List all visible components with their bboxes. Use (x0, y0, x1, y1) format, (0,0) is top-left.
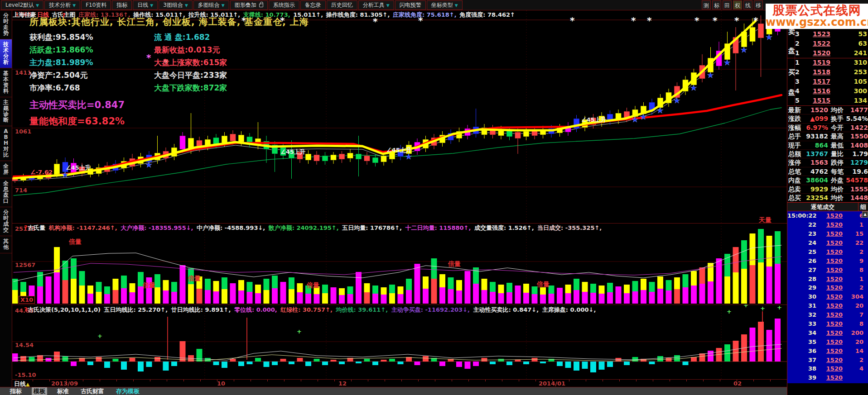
menu-item-系统指示[interactable]: 系统指示 (269, 0, 299, 10)
tick-row[interactable]: 35152020 (787, 338, 868, 347)
tick-list[interactable]: ▲ 15:00:22152062215201231520152415202225… (787, 211, 868, 383)
decision-indicator-chart[interactable]: ++++++ (12, 305, 787, 379)
tool-button-标[interactable]: 标 (712, 0, 721, 10)
info-item: 活跃盘:13.866% (29, 43, 154, 56)
menu-item-历史回忆[interactable]: 历史回忆 (327, 0, 357, 10)
sidebar-item-分时走势[interactable]: 分时走势 (0, 10, 12, 39)
axis-label-12567: 12567 (15, 262, 35, 268)
quote-row[interactable]: 11519310 (795, 58, 867, 67)
tick-row[interactable]: 24152022 (787, 238, 868, 247)
timeline-axis[interactable]: 日线▲ 2013/0910122014/0102 (12, 379, 787, 387)
info-item: 最新收益:0.013元 (154, 43, 220, 56)
svg-text:★: ★ (632, 115, 638, 124)
tool-button-测[interactable]: 测 (702, 0, 711, 10)
tick-row[interactable]: 23152015 (787, 229, 868, 238)
chart-area[interactable]: ★★★★★★★★★★★★ ++++++ 所属板块:其他行业, 长江三角, 创业板… (12, 10, 787, 379)
menu-item-F10资料[interactable]: F10资料 (81, 0, 111, 10)
sidebar-item-其他[interactable]: 其他 (0, 236, 12, 253)
tick-row[interactable]: 2715208 (787, 266, 868, 275)
quote-row[interactable]: 51515134 (795, 96, 867, 105)
quote-info-row: 涨幅6.97%今开1422 (787, 124, 868, 132)
svg-text:+: + (760, 305, 765, 312)
tick-row[interactable]: 3715202 (787, 356, 868, 365)
header-segment: 均价线: 39.611↑, (334, 306, 388, 313)
tick-row[interactable]: 2615209 (787, 257, 868, 266)
info-item: 市净率:6.768 (29, 81, 154, 94)
sidebar-item-基本资料[interactable]: 基本资料 (0, 68, 12, 97)
tick-row[interactable]: 391520 (787, 373, 868, 382)
menu-item-闪电预警[interactable]: 闪电预警 (395, 0, 426, 10)
ladder-side-label: 盘 (788, 88, 795, 97)
menu-item-备忘录[interactable]: 备忘录 (300, 0, 326, 10)
tool-button-田[interactable]: 田 (723, 0, 732, 10)
sidebar-item-全息盘口[interactable]: 全息盘口 (0, 178, 12, 207)
tick-row[interactable]: 3815204 (787, 364, 868, 373)
watermark-title: 股票公式在线网 (766, 4, 868, 17)
menu-item-图形叠加[interactable]: 图形叠加 (230, 0, 268, 10)
menu-item-指标[interactable]: 指标 (112, 0, 132, 10)
info-item: 大盘今日平盘:233家 (154, 69, 227, 81)
info-item: 净资产:2.504元 (29, 69, 154, 81)
tick-row[interactable]: 2515202 (787, 247, 868, 257)
menu-item-坐标类型[interactable]: 坐标类型▼ (427, 0, 463, 10)
quote-row[interactable]: 21518253 (795, 67, 867, 77)
svg-text:+: + (97, 333, 102, 339)
tick-row[interactable]: 36152014 (787, 347, 868, 356)
tick-row[interactable]: 15:00:2215206 (787, 211, 868, 220)
tick-row[interactable]: 341520200 (787, 328, 868, 338)
tick-row[interactable]: 301520304 (787, 292, 868, 301)
tick-list-header[interactable]: 逐笔成交 细 (787, 202, 868, 211)
quote-row[interactable]: 41516300 (795, 86, 867, 96)
menu-item-技术分析[interactable]: 技术分析▼ (44, 0, 80, 10)
menu-item-日线[interactable]: 日线▼ (133, 0, 158, 10)
fundamental-grid: 获利盘:95.854%流 通 盘:1.682活跃盘:13.866%最新收益:0.… (29, 31, 309, 94)
quote-row[interactable]: 3152353 (795, 29, 867, 39)
menu-item-Level2默认[interactable]: Level2默认▼ (1, 0, 43, 10)
quote-row[interactable]: 2152263 (795, 39, 867, 48)
axis-label-1411: 1411 (15, 69, 31, 76)
left-sidebar: 分时走势技术分析基本资料主题诊断ABH对比全屏全息盘口分时成交其他 (0, 10, 12, 387)
tick-header-detail[interactable]: 细 (858, 203, 868, 211)
sidebar-item-ABH对比[interactable]: ABH对比 (0, 126, 12, 161)
tool-button-线[interactable]: 线 (743, 0, 752, 10)
volume-saturation: 量能饱和度=63.82% (29, 115, 309, 128)
toolbar-item-指标[interactable]: 指标 (8, 387, 24, 395)
tick-row[interactable]: 2815201 (787, 275, 868, 284)
menu-item-多图组合[interactable]: 多图组合▼ (193, 0, 229, 10)
toolbar-item-模板[interactable]: 模板 (32, 387, 47, 395)
volume-annotation-倍量: 倍量 (69, 238, 82, 246)
tool-button-移[interactable]: 移 (754, 0, 763, 10)
sidebar-item-全屏[interactable]: 全屏 (0, 161, 12, 178)
axis-label-714: 714 (15, 187, 27, 194)
stock-terminal-window: Level2默认▼技术分析▼F10资料指标日线▼3图组合▼多图组合▼图形叠加系统… (0, 0, 868, 395)
tick-header-title[interactable]: 逐笔成交 (787, 203, 858, 211)
chevron-down-icon: ▼ (455, 3, 458, 8)
volume-chart[interactable] (12, 223, 787, 305)
tick-row[interactable]: 31152020 (787, 301, 868, 310)
tick-row[interactable]: 3215207 (787, 310, 868, 319)
tick-row[interactable]: 2215201 (787, 220, 868, 229)
tick-row[interactable]: 2915202 (787, 283, 868, 292)
sidebar-item-主题诊断[interactable]: 主题诊断 (0, 97, 12, 126)
help-icon[interactable]: ? (24, 224, 28, 231)
help-icon[interactable]: ? (24, 306, 28, 313)
status-segment: 庄家线角度: 75.618↑, (391, 11, 456, 18)
axis-label-1061: 1061 (15, 128, 31, 135)
sidebar-item-分时成交[interactable]: 分时成交 (0, 207, 12, 236)
menu-item-分析工具[interactable]: 分析工具▼ (358, 0, 394, 10)
scroll-up-icon[interactable]: ▲ (862, 211, 868, 218)
toolbar-item-存为模板[interactable]: 存为模板 (114, 387, 141, 395)
tick-row[interactable]: 3315208 (787, 319, 868, 328)
menu-item-3图组合[interactable]: 3图组合▼ (159, 0, 193, 10)
status-segment: 操作线角度: 81.305↑, (324, 11, 390, 18)
quote-row[interactable]: 31517105 (795, 77, 867, 86)
toolbar-item-标准[interactable]: 标准 (55, 387, 71, 395)
volume-indicator-header: 古氏量 机构净额: -1147.246↑, 大户净额: -18355.955↓,… (28, 224, 603, 232)
svg-text:★: ★ (674, 96, 680, 105)
sidebar-item-技术分析[interactable]: 技术分析 (0, 39, 12, 68)
tool-button-权[interactable]: 权 (733, 0, 742, 10)
help-icon[interactable]: ? (62, 12, 66, 19)
toolbar-item-古氏财富[interactable]: 古氏财富 (79, 387, 106, 395)
chart-annotation: ∠45上升 (581, 116, 607, 124)
quote-row[interactable]: 11520241 (795, 48, 867, 58)
